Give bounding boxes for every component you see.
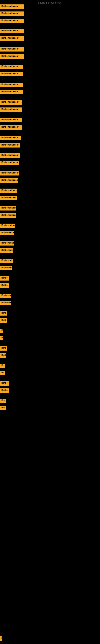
bottleneck-badge-6: Bottleneck result xyxy=(0,47,24,52)
bottleneck-badge-44: Bottle xyxy=(0,381,9,386)
bottleneck-badge-11: Bottleneck result xyxy=(0,90,23,94)
bottleneck-badge-10: Bottleneck result xyxy=(0,83,23,87)
bottleneck-badge-12: Bottleneck result xyxy=(0,100,22,105)
bottleneck-badge-23: Bottleneck resu xyxy=(0,196,17,200)
site-title: TheBottlenecker.com xyxy=(0,1,100,4)
bottleneck-badge-30: Bottleneck xyxy=(0,258,13,263)
bottleneck-badge-28: Bottleneck res xyxy=(0,241,14,246)
bottleneck-badge-1: Bottleneck result xyxy=(0,4,24,9)
bottleneck-badge-7: Bottleneck result xyxy=(0,54,24,59)
bottleneck-badge-4: Bottleneck result xyxy=(0,29,24,34)
bottleneck-badge-39: B xyxy=(0,336,3,340)
bottleneck-badge-41: Bott xyxy=(0,354,6,358)
bottleneck-badge-48: Bottlenec xyxy=(0,636,2,641)
bottleneck-badge-13: Bottleneck result xyxy=(0,108,22,112)
bottleneck-badge-14: Bottleneck result xyxy=(0,118,22,122)
bottleneck-badge-25: Bottleneck resu xyxy=(0,213,16,218)
bottleneck-badge-2: Bottleneck result xyxy=(0,12,24,16)
bottleneck-badge-32: Bottle xyxy=(0,276,9,280)
bottleneck-badge-29: Bottleneck res xyxy=(0,248,13,253)
bottleneck-badge-42: Bo xyxy=(0,364,5,368)
bottleneck-badge-19: Bottleneck result xyxy=(0,160,19,165)
bottleneck-badge-9: Bottleneck result xyxy=(0,72,23,76)
bottleneck-badge-36: Bott xyxy=(0,311,7,316)
bottleneck-badge-40: Bott xyxy=(0,346,7,350)
bottleneck-badge-27: Bottleneck res xyxy=(0,231,14,235)
bottleneck-badge-5: Bottleneck result xyxy=(0,36,24,41)
bottleneck-badge-47: Bot xyxy=(0,406,6,410)
bottleneck-badge-37: Bott xyxy=(0,318,7,323)
bottleneck-badge-21: Bottleneck result xyxy=(0,178,18,183)
bottleneck-badge-45: Bottle xyxy=(0,388,9,393)
bottleneck-badge-15: Bottleneck result xyxy=(0,125,22,130)
bottleneck-badge-3: Bottleneck result xyxy=(0,19,24,23)
bottleneck-badge-24: Bottleneck resu xyxy=(0,206,16,210)
bottleneck-badge-17: Bottleneck result xyxy=(0,143,20,148)
bottleneck-badge-20: Bottleneck result xyxy=(0,171,19,176)
bottleneck-badge-18: Bottleneck result xyxy=(0,153,20,158)
bottleneck-badge-22: Bottleneck resu xyxy=(0,188,17,193)
bottleneck-badge-35: Bottlenec xyxy=(0,301,11,305)
bottleneck-badge-46: Bot xyxy=(0,399,6,403)
bottleneck-badge-38: B xyxy=(0,329,3,333)
bottleneck-badge-34: Bottlenec xyxy=(0,294,11,298)
bottleneck-badge-16: Bottleneck result xyxy=(0,136,21,140)
bottleneck-badge-31: Bottleneck xyxy=(0,266,12,270)
bottleneck-badge-43: Bo xyxy=(0,371,5,375)
bottleneck-badge-8: Bottleneck result xyxy=(0,64,23,69)
bottleneck-badge-26: Bottleneck res xyxy=(0,224,15,228)
bottleneck-badge-33: Bottle xyxy=(0,283,9,288)
